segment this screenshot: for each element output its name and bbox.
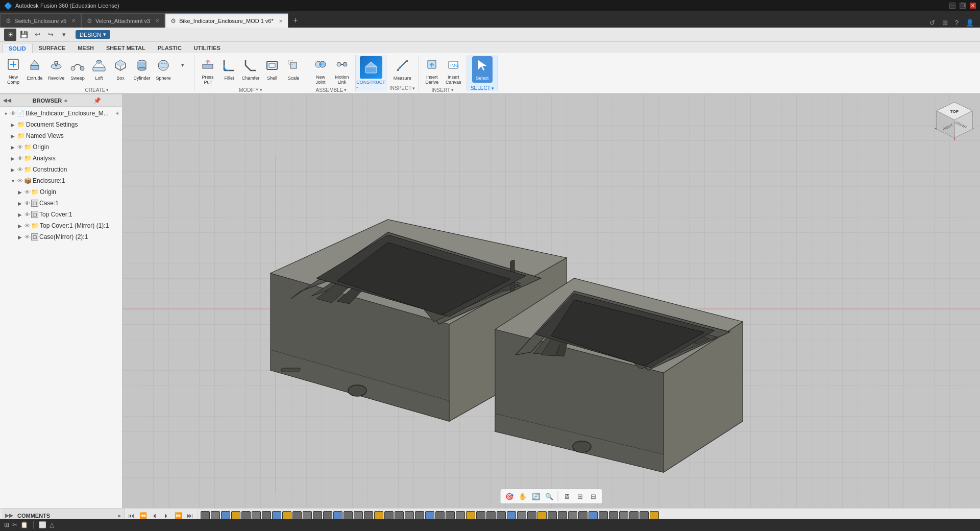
browser-item-top-cover[interactable]: ▶ 👁 □ Top Cover:1 [0, 209, 122, 220]
tab-action-user[interactable]: 👤 [964, 18, 976, 28]
sphere-button[interactable]: Sphere [153, 56, 174, 83]
ribbon-tab-plastic[interactable]: PLASTIC [152, 43, 188, 53]
measure-button[interactable]: d Measure [392, 56, 412, 83]
case-mirror-visibility-icon[interactable]: 👁 [24, 234, 30, 240]
tab-action-help[interactable]: ? [953, 18, 961, 28]
close-button[interactable]: ✕ [970, 3, 976, 9]
display-settings-button[interactable]: ⊟ [588, 491, 599, 502]
new-tab-button[interactable]: + [288, 13, 303, 28]
extrude-button[interactable]: Extrude [24, 56, 45, 83]
root-expand-arrow[interactable]: ▾ [2, 111, 9, 116]
tab-bike-indicator[interactable]: ⚙ Bike_Indicator_Enclosure_MOD 1 v6* ✕ [165, 13, 288, 28]
status-item-4[interactable]: ⬜ [39, 521, 46, 528]
undo-button[interactable]: ↩ [32, 29, 43, 40]
minimize-button[interactable]: — [949, 3, 955, 9]
inspect-dropdown-arrow[interactable]: ▾ [412, 86, 415, 91]
status-item-3[interactable]: 📋 [20, 521, 28, 528]
insert-canvas-button[interactable]: IMG InsertCanvas [443, 56, 463, 86]
press-pull-button[interactable]: PressPull [198, 56, 218, 86]
browser-item-root[interactable]: ▾ 👁 📄 Bike_Indicator_Enclosure_M... ☀ [0, 108, 122, 119]
revolve-button[interactable]: Revolve [46, 56, 66, 83]
origin-arrow[interactable]: ▶ [9, 144, 16, 150]
home-view-button[interactable]: 🎯 [504, 491, 515, 502]
enclosure-visibility-icon[interactable]: 👁 [17, 178, 23, 184]
ribbon-tab-solid[interactable]: SOLID [2, 43, 33, 53]
shell-button[interactable]: Shell [262, 56, 282, 83]
loft-button[interactable]: Loft [89, 56, 109, 83]
top-cover-mirror-arrow[interactable]: ▶ [16, 223, 23, 229]
tab-close-button[interactable]: ✕ [155, 18, 159, 23]
zoom-button[interactable]: 🔍 [544, 491, 555, 502]
construction-visibility-icon[interactable]: 👁 [17, 166, 23, 173]
construct-main-button[interactable]: CONSTRUCT - [360, 56, 382, 90]
browser-item-enclosure[interactable]: ▾ 👁 📦 Enclosure:1 [0, 175, 122, 186]
select-button[interactable]: Select [472, 56, 493, 83]
browser-item-case1[interactable]: ▶ 👁 □ Case:1 [0, 198, 122, 209]
redo-dropdown-button[interactable]: ▾ [58, 29, 69, 40]
save-button[interactable]: 💾 [18, 29, 30, 40]
case1-arrow[interactable]: ▶ [16, 201, 23, 206]
analysis-visibility-icon[interactable]: 👁 [17, 155, 23, 161]
browser-item-analysis[interactable]: ▶ 👁 📁 Analysis [0, 153, 122, 164]
top-cover-arrow[interactable]: ▶ [16, 212, 23, 218]
motion-link-button[interactable]: MotionLink [332, 56, 352, 86]
viewport[interactable]: TOP FRONT RIGHT 🎯 ✋ 🔄 🔍 🖥 ⊞ ⊟ [122, 94, 980, 508]
ribbon-tab-sheet-metal[interactable]: SHEET METAL [100, 43, 152, 53]
new-joint-button[interactable]: NewJoint [310, 56, 331, 86]
box-button[interactable]: Box [110, 56, 131, 83]
case1-visibility-icon[interactable]: 👁 [24, 200, 30, 206]
browser-circle-btn[interactable]: ● [64, 97, 89, 104]
restore-button[interactable]: ❐ [960, 3, 966, 9]
tab-velcro[interactable]: ⚙ Velcro_Attachment v3 ✕ [81, 13, 165, 28]
origin-visibility-icon[interactable]: 👁 [17, 144, 23, 150]
comments-collapse-icon[interactable]: ▶▶ [5, 513, 13, 518]
browser-item-top-cover-mirror[interactable]: ▶ 👁 📁 Top Cover:1 (Mirror) (1):1 [0, 220, 122, 231]
modify-dropdown-arrow[interactable]: ▾ [260, 87, 262, 92]
ribbon-tab-utilities[interactable]: UTILITIES [188, 43, 227, 53]
redo-button[interactable]: ↪ [45, 29, 56, 40]
top-cover-mirror-visibility-icon[interactable]: 👁 [24, 223, 30, 229]
ribbon-tab-mesh[interactable]: MESH [71, 43, 100, 53]
sweep-button[interactable]: Sweep [67, 56, 88, 83]
status-item-1[interactable]: ⊞ [4, 521, 9, 528]
enc-origin-arrow[interactable]: ▶ [16, 189, 23, 195]
enc-origin-visibility-icon[interactable]: 👁 [24, 189, 30, 195]
status-item-5[interactable]: △ [50, 521, 54, 528]
orbit-button[interactable]: 🔄 [530, 491, 542, 502]
browser-pin-btn[interactable]: 📌 [93, 97, 119, 104]
comments-circle-btn[interactable]: ● [117, 512, 121, 519]
create-more-button[interactable]: ▾ [175, 58, 191, 71]
display-mode-button[interactable]: 🖥 [561, 491, 573, 502]
tab-switch-enclosure[interactable]: ⚙ Switch_Enclosure v5 ✕ [0, 13, 81, 28]
browser-item-named-views[interactable]: ▶ 📁 Named Views [0, 130, 122, 141]
grid-button[interactable]: ⊞ [575, 491, 586, 502]
enclosure-arrow[interactable]: ▾ [9, 178, 16, 184]
tab-action-search[interactable]: ⊞ [940, 18, 950, 28]
doc-settings-arrow[interactable]: ▶ [9, 122, 16, 128]
chamfer-button[interactable]: Chamfer [240, 56, 261, 83]
top-cover-visibility-icon[interactable]: 👁 [24, 211, 30, 218]
pan-button[interactable]: ✋ [517, 491, 528, 502]
tab-close-button[interactable]: ✕ [279, 18, 283, 24]
select-dropdown-arrow[interactable]: ▾ [492, 86, 494, 91]
tab-close-button[interactable]: ✕ [71, 18, 76, 23]
app-menu-button[interactable]: ⊞ [4, 29, 16, 41]
new-component-button[interactable]: NewComp [3, 56, 23, 86]
tab-action-refresh[interactable]: ↺ [927, 18, 937, 28]
case-mirror-arrow[interactable]: ▶ [16, 234, 23, 240]
browser-item-construction[interactable]: ▶ 👁 📁 Construction [0, 164, 122, 175]
scale-button[interactable]: Scale [283, 56, 304, 83]
insert-dropdown-arrow[interactable]: ▾ [451, 87, 454, 92]
browser-item-doc-settings[interactable]: ▶ 📁 Document Settings [0, 119, 122, 130]
view-cube[interactable]: TOP FRONT RIGHT [934, 100, 975, 140]
status-item-2[interactable]: ✂ [12, 521, 17, 528]
root-visibility-icon[interactable]: 👁 [10, 110, 16, 116]
workspace-selector[interactable]: DESIGN ▾ [76, 30, 110, 39]
assemble-dropdown-arrow[interactable]: ▾ [344, 87, 347, 92]
cylinder-button[interactable]: Cylinder [132, 56, 152, 83]
analysis-arrow[interactable]: ▶ [9, 156, 16, 161]
construction-arrow[interactable]: ▶ [9, 167, 16, 173]
insert-derive-button[interactable]: InsertDerive [422, 56, 442, 86]
named-views-arrow[interactable]: ▶ [9, 133, 16, 139]
ribbon-tab-surface[interactable]: SURFACE [33, 43, 72, 53]
